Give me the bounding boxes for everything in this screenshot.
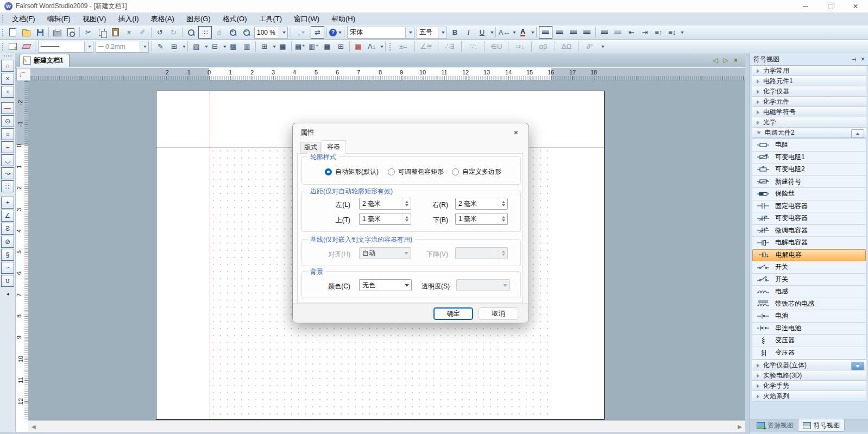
margin-left-input[interactable]: 2 毫米 xyxy=(359,198,411,210)
next-tab-button[interactable]: ▷ xyxy=(724,56,728,64)
align-left-button[interactable] xyxy=(539,26,552,39)
math-symbols-partial-button[interactable]: ∂° xyxy=(581,41,599,52)
align-justify-button[interactable] xyxy=(581,27,593,38)
menu-insert[interactable]: 插入(I) xyxy=(112,12,144,26)
cut-button[interactable]: ✂ xyxy=(82,27,95,38)
sort-dropdown[interactable] xyxy=(380,46,383,48)
underline-style-dropdown[interactable] xyxy=(490,32,494,34)
radio-custom-polygon[interactable]: 自定义多边形 xyxy=(452,167,501,177)
toolbar-grip[interactable] xyxy=(2,42,4,51)
symbol-item[interactable]: 开关 xyxy=(752,274,866,286)
zoom-level-combo[interactable]: 100 % xyxy=(254,27,288,39)
recent-symbol-combo[interactable]: , xyxy=(293,27,310,38)
group-chem-instruments[interactable]: 化学仪器 xyxy=(752,86,866,97)
restore-button[interactable] xyxy=(818,0,843,12)
group-chem-elements[interactable]: 化学元件 xyxy=(752,97,866,107)
font-color-dropdown[interactable] xyxy=(531,32,534,34)
sort-button[interactable]: A↓ xyxy=(366,41,378,52)
loop-tool[interactable]: ʊ xyxy=(1,275,14,287)
line-style-combo[interactable] xyxy=(38,41,93,53)
previous-tab-button[interactable]: ◁ xyxy=(713,56,718,64)
symbol-item[interactable]: 变压器 xyxy=(752,335,866,347)
zoom-in-button[interactable]: + xyxy=(227,27,239,38)
polyline-tool[interactable]: Ƨ xyxy=(1,223,14,235)
font-name-dropdown[interactable] xyxy=(405,27,414,38)
pan-hand-button[interactable]: ☝ xyxy=(213,27,225,38)
spinner-buttons[interactable] xyxy=(402,213,411,224)
toolbar-grip[interactable] xyxy=(3,55,12,58)
cross-marker-tool[interactable]: + xyxy=(1,197,14,209)
align-right-button[interactable] xyxy=(567,27,580,38)
math-symbols-arrow-button[interactable]: ⇒↓ xyxy=(511,41,529,52)
scroll-down-button[interactable] xyxy=(851,362,864,370)
bullet-list-button[interactable] xyxy=(598,27,611,38)
math-symbols-therefore-button[interactable]: ∴∃ xyxy=(441,41,459,52)
borders-dropdown[interactable] xyxy=(183,46,186,48)
delete-point-tool[interactable]: × xyxy=(1,86,14,98)
horizontal-scrollbar[interactable]: ◀ ▶ xyxy=(28,420,745,432)
insert-table-dropdown[interactable] xyxy=(273,46,276,48)
margin-right-input[interactable]: 2 毫米 xyxy=(455,198,508,210)
decrease-indent-button[interactable]: ⇤ xyxy=(625,27,638,38)
symbol-item[interactable]: 电解电容器 xyxy=(752,237,866,249)
toolbar-grip[interactable] xyxy=(389,42,392,51)
circle-center-tool[interactable]: ⊙ xyxy=(1,115,14,127)
line-width-dropdown[interactable] xyxy=(140,41,148,52)
symbol-item[interactable]: 可变电阻2 xyxy=(752,163,866,176)
curve-tool[interactable]: ↝ xyxy=(1,167,14,179)
highlight-grid-button[interactable]: ▦ xyxy=(352,41,364,52)
align-objects-button[interactable]: ⊟ xyxy=(209,41,221,52)
circle-tool[interactable]: ○ xyxy=(1,128,14,140)
panel-close-icon[interactable]: × xyxy=(861,55,865,63)
scroll-up-button[interactable] xyxy=(851,129,864,138)
dialog-close-button[interactable]: × xyxy=(510,126,522,138)
copy-button[interactable] xyxy=(96,27,108,38)
fill-pattern-button[interactable]: ▩ xyxy=(227,41,240,52)
spiral-tool[interactable]: § xyxy=(1,249,14,261)
math-more-dropdown[interactable] xyxy=(601,46,605,48)
close-button[interactable] xyxy=(843,0,868,12)
symbol-item[interactable]: 电感 xyxy=(752,286,866,298)
tab-resource-view[interactable]: 资源视图 xyxy=(752,419,798,432)
insert-row-below-button[interactable]: ▥⁺ xyxy=(307,41,320,52)
spinner-buttons[interactable] xyxy=(499,198,507,209)
zoom-out-button[interactable]: − xyxy=(240,27,253,38)
font-size-dropdown[interactable] xyxy=(438,27,446,38)
group-experiment-circuit-3d[interactable]: 实验电路(3D) xyxy=(752,370,866,381)
group-circuit-1[interactable]: 电路元件1 xyxy=(752,76,866,86)
zoom-level-dropdown[interactable] xyxy=(279,27,287,38)
print-button[interactable] xyxy=(51,27,64,38)
menu-document[interactable]: 文档(F) xyxy=(6,12,41,26)
font-color-button[interactable]: A xyxy=(517,27,529,38)
grid-tool[interactable] xyxy=(1,180,14,192)
zoom-region-button[interactable] xyxy=(185,27,197,38)
align-center-button[interactable] xyxy=(553,27,566,38)
spinner-buttons[interactable] xyxy=(402,198,411,209)
tab-layout[interactable]: 版式 xyxy=(300,142,321,153)
arc-tool[interactable]: ◡ xyxy=(1,154,14,166)
magnet-snap-tool[interactable]: ∩ xyxy=(1,60,14,72)
pin-icon[interactable]: ⊤ xyxy=(851,56,858,62)
radio-adjustable-rectangle[interactable]: 可调整包容矩形 xyxy=(388,167,444,177)
numbered-list-button[interactable] xyxy=(612,27,624,38)
wave-tool[interactable]: ∽ xyxy=(1,262,14,274)
group-electromagnetics[interactable]: 电磁学符号 xyxy=(752,107,866,117)
underline-button[interactable]: U xyxy=(476,27,488,38)
math-symbols-delta-omega-button[interactable]: ΔΩ xyxy=(557,41,576,52)
math-symbols-angle-button[interactable]: ∠≅ xyxy=(417,41,436,52)
paste-button[interactable] xyxy=(109,27,122,38)
open-button[interactable] xyxy=(20,27,33,38)
increase-indent-button[interactable]: ⇥ xyxy=(639,27,651,38)
panel-splitter[interactable] xyxy=(745,53,750,434)
shadow-style-button[interactable]: ▧ xyxy=(190,41,203,52)
math-symbols-set-button[interactable]: ∈U xyxy=(487,41,506,52)
tab-symbol-view[interactable]: 符号视图 xyxy=(798,419,845,432)
symbol-item[interactable]: 串连电池 xyxy=(752,323,866,335)
document-tab[interactable]: 新建文档1 xyxy=(20,54,70,67)
symbol-item[interactable]: 微调电容器 xyxy=(752,225,866,237)
spinner-buttons[interactable] xyxy=(499,213,507,224)
close-tab-button[interactable]: × xyxy=(734,56,738,64)
collapse-arrow-icon[interactable]: ◂ xyxy=(7,291,9,297)
scroll-left-arrow[interactable]: ◀ xyxy=(32,424,36,430)
line-spacing-button[interactable]: ≡↕ xyxy=(666,27,678,38)
